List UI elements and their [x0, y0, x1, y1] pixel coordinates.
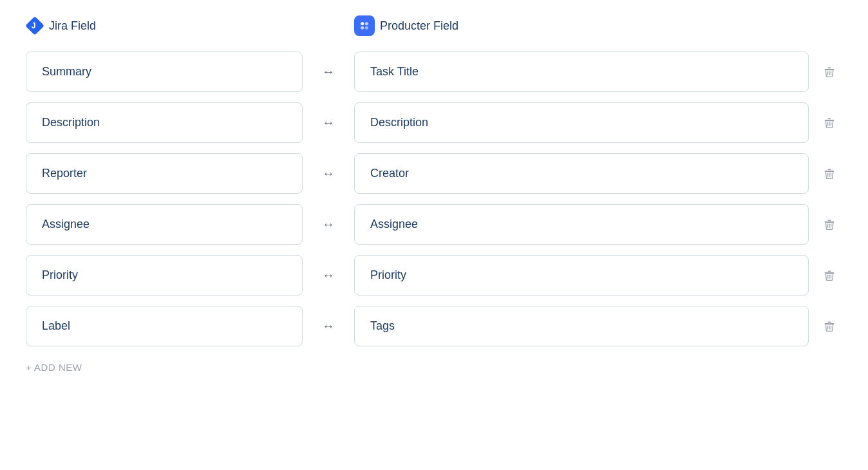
- trash-icon: [823, 117, 836, 129]
- delete-button-label[interactable]: [816, 314, 842, 339]
- producter-field-priority: Priority: [354, 255, 809, 296]
- add-new-button[interactable]: + ADD NEW: [26, 357, 82, 378]
- svg-point-4: [361, 26, 364, 30]
- producter-field-summary: Task Title: [354, 52, 809, 92]
- delete-button-description[interactable]: [816, 110, 842, 136]
- trash-icon: [823, 218, 836, 231]
- producter-header: Producter Field: [354, 15, 842, 36]
- svg-text:J: J: [32, 21, 36, 30]
- mapping-row-priority: Priority ↔ Priority: [26, 255, 842, 296]
- producter-field-description: Description: [354, 102, 809, 143]
- svg-rect-32: [828, 321, 831, 323]
- jira-header: J Jira Field: [26, 17, 303, 35]
- trash-icon: [823, 66, 836, 79]
- trash-icon: [823, 167, 836, 180]
- arrow-connector-label: ↔: [303, 319, 354, 334]
- mapping-row-assignee: Assignee ↔ Assignee: [26, 204, 842, 245]
- svg-point-3: [365, 22, 368, 25]
- producter-field-assignee: Assignee: [354, 204, 809, 245]
- arrow-symbol-label: ↔: [322, 319, 335, 334]
- arrow-connector-reporter: ↔: [303, 166, 354, 181]
- jira-field-summary: Summary: [26, 52, 303, 92]
- arrow-symbol-priority: ↔: [322, 268, 335, 283]
- producter-icon: [354, 15, 375, 36]
- jira-icon: J: [26, 17, 44, 35]
- jira-field-description: Description: [26, 102, 303, 143]
- mapping-row-label: Label ↔ Tags: [26, 306, 842, 346]
- delete-button-reporter[interactable]: [816, 161, 842, 187]
- delete-button-priority[interactable]: [816, 263, 842, 288]
- mappings-container: Summary ↔ Task Title Descriptio: [26, 52, 842, 346]
- svg-point-2: [361, 22, 364, 25]
- svg-rect-27: [828, 270, 831, 272]
- delete-button-assignee[interactable]: [816, 212, 842, 238]
- arrow-symbol-assignee: ↔: [322, 217, 335, 232]
- producter-logo-icon: [358, 19, 371, 32]
- arrow-connector-description: ↔: [303, 115, 354, 130]
- jira-field-priority: Priority: [26, 255, 303, 296]
- svg-rect-12: [828, 118, 831, 119]
- jira-header-label: Jira Field: [49, 19, 96, 33]
- arrow-connector-summary: ↔: [303, 64, 354, 79]
- mapping-row-summary: Summary ↔ Task Title: [26, 52, 842, 92]
- svg-rect-7: [828, 67, 831, 68]
- arrow-connector-priority: ↔: [303, 268, 354, 283]
- arrow-symbol-description: ↔: [322, 115, 335, 130]
- arrow-symbol-summary: ↔: [322, 64, 335, 79]
- jira-field-assignee: Assignee: [26, 204, 303, 245]
- mapping-row-reporter: Reporter ↔ Creator: [26, 153, 842, 194]
- producter-field-label: Tags: [354, 306, 809, 346]
- arrow-connector-assignee: ↔: [303, 217, 354, 232]
- trash-icon: [823, 320, 836, 333]
- jira-field-label: Label: [26, 306, 303, 346]
- producter-header-label: Producter Field: [380, 19, 458, 33]
- arrow-symbol-reporter: ↔: [322, 166, 335, 181]
- svg-rect-17: [828, 169, 831, 170]
- jira-field-reporter: Reporter: [26, 153, 303, 194]
- trash-icon: [823, 269, 836, 282]
- mapping-row-description: Description ↔ Description: [26, 102, 842, 143]
- svg-point-5: [365, 26, 368, 30]
- header-row: J Jira Field Producter Field: [26, 15, 842, 36]
- svg-rect-22: [828, 220, 831, 221]
- producter-field-reporter: Creator: [354, 153, 809, 194]
- delete-button-summary[interactable]: [816, 59, 842, 85]
